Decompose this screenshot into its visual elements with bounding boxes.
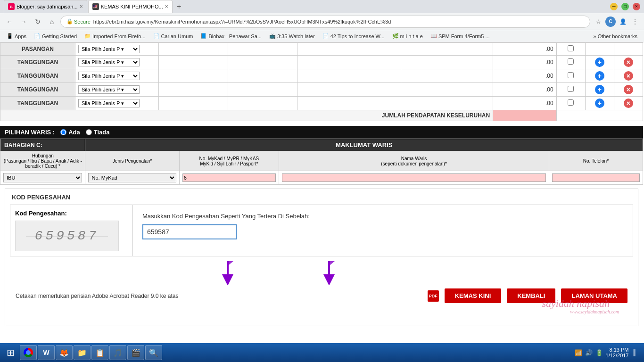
taskbar-clipboard[interactable]: 📋 (91, 345, 108, 360)
bookmark-carian[interactable]: 📄 Carian Umum (150, 32, 196, 40)
bookmark-imported[interactable]: 📁 Imported From Firefo... (82, 32, 148, 40)
taskbar: ⊞ W 🦊 📁 📋 🎵 🎬 🔍 📶 🔊 🔋 8:13 PM 1/12/2017 … (0, 343, 644, 362)
table-row: TANGGUNGAN Sila Pilih Jenis P ▾ .00 + (0, 69, 643, 83)
add-row-button-3[interactable]: + (595, 85, 604, 94)
bookmark-spm[interactable]: 📖 SPM Form 4/Form5 ... (428, 32, 493, 40)
home-button[interactable]: ⌂ (46, 16, 58, 27)
hubungan-select[interactable]: IBU (3, 173, 82, 182)
taskbar-search[interactable]: 🔍 (145, 345, 162, 360)
minimize-button[interactable]: ─ (610, 3, 618, 10)
signature: sayidah napisah (542, 297, 610, 310)
jenis-select-t4[interactable]: Sila Pilih Jenis P ▾ (78, 99, 140, 107)
jenis-select-t1[interactable]: Sila Pilih Jenis P ▾ (78, 58, 140, 66)
show-desktop-button[interactable]: ▌ (631, 349, 639, 356)
add-row-button-2[interactable]: + (595, 71, 604, 81)
tab-kemaskini[interactable]: 🇲🇾 KEMAS KINI PERMOHO... × (88, 0, 173, 13)
row-label-pasangan: PASANGAN (0, 43, 75, 56)
header-telefon: No. Telefon* (549, 151, 643, 171)
address-bar[interactable]: 🔒 Secure https://ebr1m.hasil.gov.my/Kema… (60, 16, 590, 28)
bookmarks-bar: 📱 Apps 📄 Getting Started 📁 Imported From… (0, 30, 644, 42)
taskbar-chrome[interactable] (20, 345, 37, 360)
svg-marker-5 (323, 261, 335, 266)
add-row-button-4[interactable]: + (595, 99, 604, 108)
main-content-area[interactable]: PASANGAN Sila Pilih Jenis P ▾ .00 TANGGU… (0, 42, 644, 343)
checkbox-pasangan[interactable] (568, 45, 574, 51)
reload-button[interactable]: ↻ (32, 16, 43, 27)
waris-section: PILIHAN WARIS : Ada Tiada (0, 126, 643, 185)
extensions-icon[interactable]: C (605, 16, 616, 27)
close-button[interactable]: × (633, 3, 640, 10)
secure-badge: 🔒 Secure (66, 18, 91, 25)
checkbox-t2[interactable] (568, 72, 574, 78)
radio-tiada[interactable] (86, 129, 92, 135)
forward-button[interactable]: → (18, 16, 29, 27)
taskbar-files[interactable]: 📁 (74, 345, 91, 360)
browser-toolbar: ← → ↻ ⌂ 🔒 Secure https://ebr1m.hasil.gov… (0, 13, 644, 30)
taskbar-clock[interactable]: 8:13 PM 1/12/2017 (606, 347, 629, 358)
bookmark-youtube[interactable]: 📺 3:35 Watch later (266, 32, 318, 40)
remove-row-button-4[interactable]: × (624, 99, 633, 108)
jenis-select-pasangan[interactable]: Sila Pilih Jenis P ▾ (78, 45, 140, 53)
arrow-left (215, 259, 241, 286)
remove-row-button-2[interactable]: × (624, 71, 633, 81)
waris-table: BAHAGIAN C: MAKLUMAT WARIS Hubungan (Pas… (0, 139, 643, 185)
maklumat-waris-label: MAKLUMAT WARIS (85, 139, 643, 151)
tab-blogger[interactable]: B Blogger: sayidahnapisah... × (4, 0, 87, 13)
taskbar-word[interactable]: W (38, 345, 55, 360)
captcha-input-field[interactable] (142, 224, 237, 239)
tray-battery: 🔋 (595, 349, 603, 356)
income-table: PASANGAN Sila Pilih Jenis P ▾ .00 TANGGU… (0, 42, 643, 121)
browser-titlebar: B Blogger: sayidahnapisah... × 🇲🇾 KEMAS … (0, 0, 644, 13)
taskbar-video[interactable]: 🎬 (127, 345, 144, 360)
tab-close-blogger[interactable]: × (80, 3, 83, 10)
jenis-select-cell[interactable]: Sila Pilih Jenis P ▾ (75, 43, 158, 56)
new-tab-button[interactable]: + (173, 1, 185, 12)
captcha-image: 659587 (15, 221, 119, 251)
signature-area: sayidah napisah www.sayidahnapisah.com (10, 307, 633, 321)
remove-row-button-1[interactable]: × (624, 58, 633, 67)
checkbox-t4[interactable] (568, 99, 574, 106)
checkbox-t3[interactable] (568, 86, 574, 92)
kod-pengesahan-title: KOD PENGESAHAN (10, 194, 633, 201)
bookmark-biobax[interactable]: 📘 Biobax - Penawar Sa... (198, 32, 264, 40)
bookmark-tips[interactable]: 📄 42 Tips to Increase W... (320, 32, 388, 40)
nomykad-input[interactable] (182, 173, 276, 182)
kemaskini-button[interactable]: KEMAS KINI (445, 288, 502, 303)
radio-ada-label[interactable]: Ada (60, 129, 80, 136)
verification-section: KOD PENGESAHAN Kod Pengesahan: 659587 Ma… (5, 189, 638, 326)
pdf-icon: PDF (428, 290, 439, 302)
verification-inner: Kod Pengesahan: 659587 Masukkan Kod Peng… (10, 205, 633, 256)
add-row-button-1[interactable]: + (595, 58, 604, 67)
bookmark-other[interactable]: » Other bookmarks (591, 33, 641, 40)
jenis-pengenalan-select[interactable]: No. MyKad (88, 173, 176, 182)
star-icon[interactable]: ☆ (593, 16, 603, 27)
bookmark-apps[interactable]: 📱 Apps (4, 32, 29, 40)
jenis-select-t3[interactable]: Sila Pilih Jenis P ▾ (78, 85, 140, 94)
row-label-tanggungan4: TANGGUNGAN (0, 97, 75, 110)
back-button[interactable]: ← (4, 16, 15, 27)
taskbar-music[interactable]: 🎵 (109, 345, 126, 360)
taskbar-firefox[interactable]: 🦊 (56, 345, 73, 360)
checkbox-t1[interactable] (568, 58, 574, 65)
jenis-select-cell1[interactable]: Sila Pilih Jenis P ▾ (75, 56, 158, 69)
bookmark-mintae[interactable]: 🌿 m i n t a e (389, 32, 426, 40)
header-nomykad: No. MyKad / MyPR / MyKAS MyKid / Sijil L… (179, 151, 279, 171)
maximize-button[interactable]: □ (621, 3, 629, 10)
tray-network: 📶 (575, 349, 582, 356)
remove-row-button-3[interactable]: × (624, 85, 633, 94)
tab-close-kemaskini[interactable]: × (165, 3, 168, 10)
right-arrow-icon (316, 259, 342, 285)
captcha-label: Kod Pengesahan: (15, 210, 128, 217)
radio-ada[interactable] (60, 129, 66, 135)
telefon-input[interactable] (552, 173, 640, 182)
jenis-select-t2[interactable]: Sila Pilih Jenis P ▾ (78, 72, 140, 80)
start-button[interactable]: ⊞ (2, 345, 19, 360)
table-row: TANGGUNGAN Sila Pilih Jenis P ▾ .00 + (0, 83, 643, 97)
taskbar-right: 📶 🔊 🔋 8:13 PM 1/12/2017 ▌ (575, 347, 642, 358)
nama-waris-input[interactable] (282, 173, 546, 182)
radio-tiada-label[interactable]: Tiada (86, 129, 110, 136)
account-icon[interactable]: 👤 (618, 16, 628, 27)
settings-icon[interactable]: ⋮ (630, 16, 640, 27)
arrows-container (10, 256, 633, 285)
bookmark-getting-started[interactable]: 📄 Getting Started (31, 32, 80, 40)
